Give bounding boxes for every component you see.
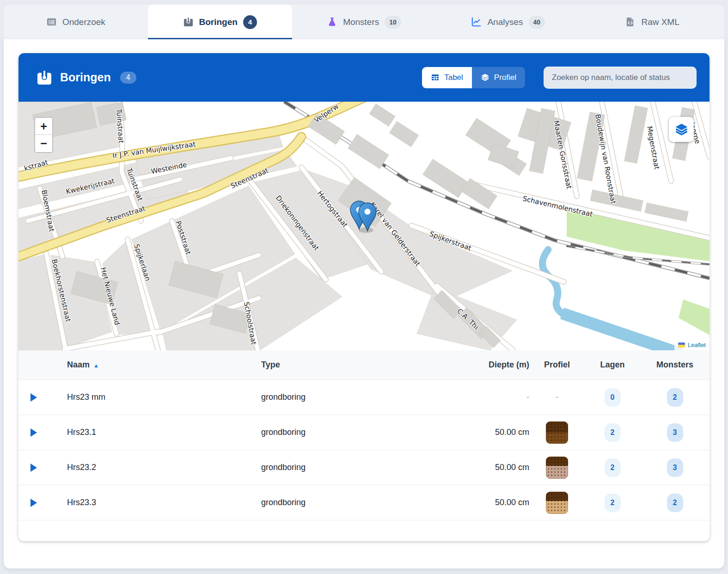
tab-analyses[interactable]: Analyses 40 [436, 5, 580, 39]
table-view-button[interactable]: Tabel [422, 67, 472, 88]
tab-label: Monsters [343, 17, 379, 27]
tab-onderzoek[interactable]: Onderzoek [4, 5, 148, 39]
expand-row-icon[interactable] [31, 393, 37, 402]
tab-boringen[interactable]: Boringen 4 [148, 5, 292, 39]
file-code-icon [625, 17, 636, 27]
table-row[interactable]: Hrs23 mm grondboring - - 0 2 [18, 379, 710, 415]
tab-label: Raw XML [641, 17, 679, 27]
cell-naam: Hrs23 mm [49, 392, 243, 402]
card-count-badge: 4 [120, 72, 136, 84]
cell-naam: Hrs23.2 [49, 463, 243, 472]
profile-thumbnail[interactable] [546, 421, 568, 444]
column-header-profiel[interactable]: Profiel [529, 360, 585, 370]
tab-label: Analyses [487, 17, 523, 27]
zoom-out-button[interactable]: − [35, 135, 52, 152]
cell-naam: Hrs23.3 [49, 498, 243, 507]
map-attribution: Leaflet [674, 340, 710, 350]
cell-type: grondboring [243, 463, 395, 472]
flask-icon [327, 17, 337, 27]
content-panel: Boringen 4 Tabel Profiel [4, 39, 724, 568]
table-row[interactable]: Hrs23.3 grondboring 50.00 cm 2 2 [18, 485, 710, 520]
expand-row-icon[interactable] [31, 428, 37, 437]
card-title: Boringen [60, 71, 111, 84]
lagen-badge: 2 [605, 458, 621, 477]
layers-icon [674, 122, 689, 137]
sort-asc-icon: ▲ [93, 362, 99, 369]
main-tab-bar: Onderzoek Boringen 4 Monsters 10 Analyse… [4, 5, 724, 39]
expand-row-icon[interactable] [31, 499, 37, 507]
tab-count-badge: 4 [243, 15, 257, 29]
cell-diepte: - [395, 392, 529, 402]
table-footer [18, 520, 710, 541]
cell-diepte: 50.00 cm [395, 427, 529, 437]
monsters-badge: 2 [667, 494, 683, 512]
lagen-badge: 0 [605, 388, 621, 407]
table-row[interactable]: Hrs23.2 grondboring 50.00 cm 2 3 [18, 450, 710, 485]
boringen-table: Naam▲ Type Diepte (m) Profiel Lagen Mons… [18, 350, 710, 541]
list-icon [46, 17, 57, 27]
cell-type: grondboring [243, 498, 395, 507]
tab-label: Boringen [199, 17, 238, 27]
column-header-monsters[interactable]: Monsters [640, 360, 710, 370]
column-header-lagen[interactable]: Lagen [585, 360, 640, 370]
app-window: Onderzoek Boringen 4 Monsters 10 Analyse… [4, 5, 724, 568]
column-header-diepte[interactable]: Diepte (m) [395, 360, 529, 370]
cell-profiel: - [529, 392, 585, 402]
profile-thumbnail[interactable] [546, 492, 568, 514]
profile-view-button[interactable]: Profiel [472, 67, 525, 88]
boring-icon [183, 17, 194, 27]
map-canvas: kstraat Ir J.P. van Muijlwijkstraat Tuin… [18, 102, 710, 350]
lagen-badge: 2 [605, 423, 621, 442]
monsters-badge: 3 [667, 458, 683, 477]
monsters-badge: 3 [667, 423, 683, 442]
tab-count-badge: 40 [529, 16, 545, 29]
profile-view-label: Profiel [494, 73, 516, 82]
search-input[interactable] [544, 67, 697, 89]
map-zoom-control: + − [34, 117, 53, 153]
lagen-badge: 2 [605, 494, 621, 512]
tab-count-badge: 10 [385, 16, 401, 29]
profile-thumbnail[interactable] [546, 457, 568, 479]
cell-diepte: 50.00 cm [395, 463, 529, 472]
monsters-badge: 2 [667, 388, 683, 407]
expand-row-icon[interactable] [31, 464, 37, 472]
leaflet-link[interactable]: Leaflet [688, 342, 706, 348]
column-header-naam[interactable]: Naam▲ [49, 360, 243, 370]
table-icon [431, 73, 440, 82]
map-layers-control[interactable] [669, 117, 694, 142]
table-row[interactable]: Hrs23.1 grondboring 50.00 cm 2 3 [18, 415, 710, 450]
layers-icon [481, 73, 489, 82]
cell-type: grondboring [243, 392, 395, 402]
zoom-in-button[interactable]: + [35, 118, 52, 135]
cell-naam: Hrs23.1 [49, 427, 243, 437]
tab-label: Onderzoek [62, 17, 105, 27]
boring-icon [36, 69, 53, 86]
cell-type: grondboring [243, 427, 395, 437]
chart-line-icon [471, 17, 482, 27]
tab-monsters[interactable]: Monsters 10 [292, 5, 436, 39]
tab-raw-xml[interactable]: Raw XML [580, 5, 724, 39]
boringen-card: Boringen 4 Tabel Profiel [18, 53, 710, 541]
map[interactable]: kstraat Ir J.P. van Muijlwijkstraat Tuin… [18, 102, 710, 350]
view-toggle: Tabel Profiel [422, 67, 525, 88]
card-header: Boringen 4 Tabel Profiel [18, 53, 710, 102]
ukraine-flag-icon [678, 342, 685, 348]
column-header-type[interactable]: Type [243, 360, 395, 370]
table-view-label: Tabel [444, 73, 463, 82]
cell-diepte: 50.00 cm [395, 498, 529, 507]
table-header-row: Naam▲ Type Diepte (m) Profiel Lagen Mons… [18, 350, 710, 379]
